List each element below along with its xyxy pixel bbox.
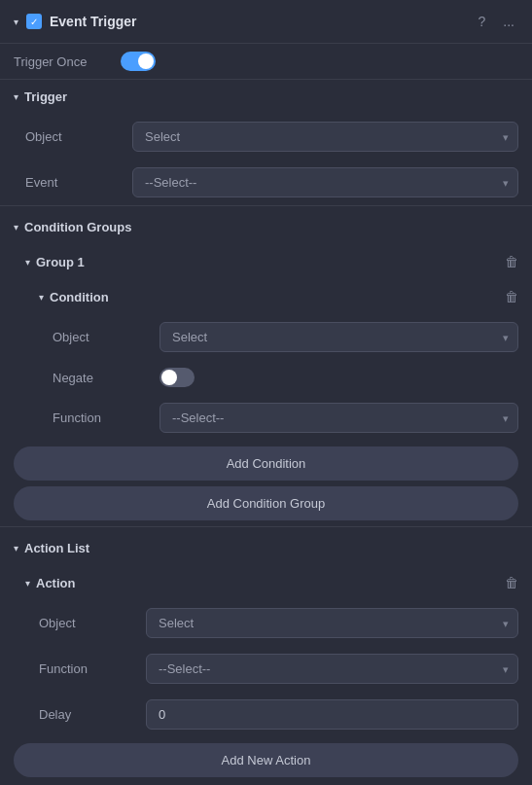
trigger-event-row: Event --Select-- ▾ [0,160,532,205]
add-condition-group-button[interactable]: Add Condition Group [14,486,518,520]
toggle-knob [138,54,154,69]
condition-collapse-icon[interactable]: ▾ [39,292,44,303]
more-button[interactable]: ... [499,12,518,31]
condition-title: Condition [50,290,499,304]
condition-groups-collapse-icon[interactable]: ▾ [14,222,18,232]
add-condition-button[interactable]: Add Condition [14,446,518,481]
condition-header: ▾ Condition 🗑 [0,279,532,314]
action-function-select-wrap: --Select-- ▾ [146,654,518,684]
group1-collapse-icon[interactable]: ▾ [25,257,30,268]
group1-delete-icon[interactable]: 🗑 [505,254,518,269]
condition-function-select[interactable]: --Select-- [160,403,518,433]
action-list-title: Action List [24,541,518,555]
trigger-object-label: Object [25,129,123,144]
action-header: ▾ Action 🗑 [0,565,532,600]
condition-delete-icon[interactable]: 🗑 [505,289,518,304]
action-delay-label: Delay [39,707,136,722]
action-title: Action [36,576,499,590]
action-object-row: Object Select ▾ [0,600,532,646]
action-object-select[interactable]: Select [146,608,518,638]
condition-function-label: Function [53,410,150,425]
trigger-once-row: Trigger Once [0,44,532,79]
panel-title: Event Trigger [50,14,467,29]
add-new-action-button[interactable]: Add New Action [14,743,518,777]
action-function-row: Function --Select-- ▾ [0,646,532,692]
trigger-object-select-wrap: Select ▾ [132,122,518,152]
action-list-collapse-icon[interactable]: ▾ [14,543,18,553]
trigger-collapse-icon[interactable]: ▾ [14,91,18,102]
panel-header: ▾ ✓ Event Trigger ? ... [0,0,532,44]
trigger-event-select[interactable]: --Select-- [132,167,518,197]
condition-function-row: Function --Select-- ▾ [0,395,532,441]
condition-negate-label: Negate [53,371,150,385]
group1-title: Group 1 [36,255,499,269]
header-actions: ? ... [475,12,518,31]
condition-groups-header: ▾ Condition Groups [0,210,532,244]
action-function-select[interactable]: --Select-- [146,654,518,684]
panel-checkbox[interactable]: ✓ [26,14,42,29]
action-delay-input[interactable] [146,699,518,730]
trigger-event-label: Event [25,175,123,190]
condition-negate-row: Negate [0,360,532,395]
action-collapse-icon[interactable]: ▾ [25,578,30,589]
trigger-event-select-wrap: --Select-- ▾ [132,167,518,197]
condition-groups-title: Condition Groups [24,220,518,234]
action-object-label: Object [39,616,136,630]
action-list-header: ▾ Action List [0,531,532,565]
condition-object-row: Object Select ▾ [0,314,532,360]
condition-object-select-wrap: Select ▾ [160,322,518,352]
action-object-select-wrap: Select ▾ [146,608,518,638]
condition-negate-toggle[interactable] [160,368,195,387]
panel-collapse-icon[interactable]: ▾ [14,17,18,27]
action-function-label: Function [39,661,136,676]
event-trigger-panel: ▾ ✓ Event Trigger ? ... Trigger Once ▾ T… [0,0,532,785]
condition-object-select[interactable]: Select [160,322,518,352]
condition-object-label: Object [53,330,150,344]
condition-function-select-wrap: --Select-- ▾ [160,403,518,433]
group1-header: ▾ Group 1 🗑 [0,244,532,279]
action-delay-row: Delay [0,692,532,737]
trigger-once-toggle[interactable] [121,52,156,71]
trigger-object-row: Object Select ▾ [0,114,532,160]
action-delete-icon[interactable]: 🗑 [505,575,518,590]
trigger-section-header: ▾ Trigger [0,80,532,114]
negate-toggle-knob [161,370,177,385]
help-button[interactable]: ? [475,12,490,31]
trigger-object-select[interactable]: Select [132,122,518,152]
trigger-once-label: Trigger Once [14,54,111,69]
trigger-section-title: Trigger [24,89,518,104]
